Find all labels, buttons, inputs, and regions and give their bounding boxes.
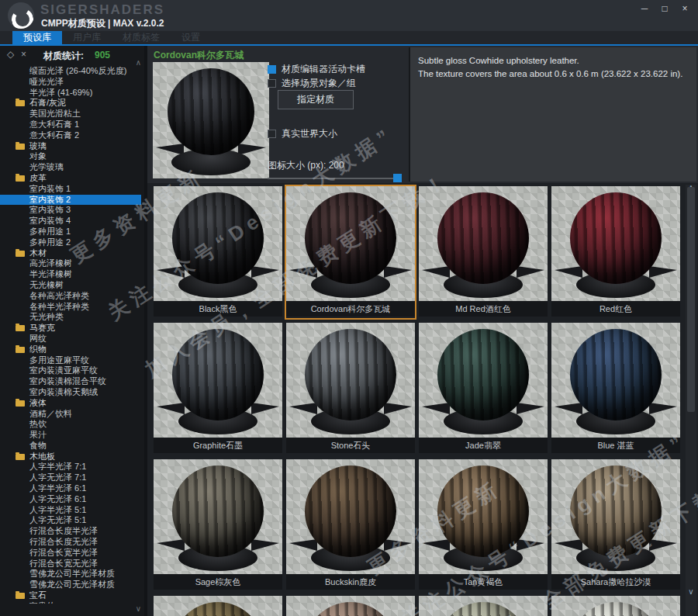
tree-item[interactable]: 无光橡树 <box>0 280 141 291</box>
tree-folder[interactable]: 木材 <box>0 248 141 259</box>
material-tile-label: Graphite石墨 <box>154 438 282 453</box>
tree-folder[interactable]: 马赛克 <box>0 323 141 334</box>
material-tile[interactable] <box>419 596 548 616</box>
tree-item[interactable]: 行混合长度半光泽 <box>0 526 141 537</box>
maximize-button[interactable]: □ <box>656 3 673 16</box>
tree-item[interactable]: 哑光光泽 <box>0 77 141 88</box>
icon-size-slider[interactable] <box>268 178 398 179</box>
tree-item[interactable]: 人字半光泽 6:1 <box>0 483 141 494</box>
tree-item-label: 缎面光泽 (26-40%反光度) <box>29 66 126 77</box>
tree-item[interactable]: 室内装潢棉天鹅绒 <box>0 387 141 398</box>
select-scene-checkbox-row[interactable]: 选择场景对象／组 <box>268 77 356 88</box>
tab-user-library[interactable]: 用户库 <box>62 31 112 44</box>
material-tile[interactable]: Md Red酒红色 <box>419 186 548 318</box>
tree-folder[interactable]: 宝石 <box>0 590 141 601</box>
tree-item[interactable]: 缎面光泽 (26-40%反光度) <box>0 66 141 77</box>
tree-item[interactable]: 半光泽 (41-69%) <box>0 88 141 99</box>
material-tile[interactable]: Graphite石墨 <box>154 323 282 455</box>
tree-folder[interactable]: 玻璃 <box>0 141 141 152</box>
material-tile[interactable]: Tan黄褐色 <box>419 459 548 591</box>
diamond-icon[interactable]: ◇ <box>7 49 14 60</box>
tree-item-label: 行混合长度半光泽 <box>29 526 98 537</box>
tree-item[interactable]: 食物 <box>0 441 141 452</box>
tile-grid: ∧ ∨ Black黑色Cordovan科尔多瓦城Md Red酒红色Red红色Gr… <box>147 185 698 616</box>
sidebar-scroll-down-icon[interactable]: ∨ <box>136 604 141 613</box>
real-world-checkbox-row[interactable]: 真实世界大小 <box>268 127 337 138</box>
grid-scroll-down-icon[interactable]: ∨ <box>686 587 696 596</box>
tree-item[interactable]: 多用途亚麻平纹 <box>0 355 141 366</box>
tree-item[interactable]: 半光泽橡树 <box>0 269 141 280</box>
tree-item[interactable]: 酒精／饮料 <box>0 409 141 420</box>
assign-material-button[interactable]: 指定材质 <box>278 90 354 109</box>
material-tile[interactable]: Sahara撒哈拉沙漠 <box>551 459 680 591</box>
material-tile[interactable] <box>154 596 282 616</box>
material-tile[interactable]: Black黑色 <box>154 186 282 318</box>
tree-item[interactable]: 雪佛龙公司无光泽材质 <box>0 580 141 590</box>
tree-item[interactable]: 行混合长宽无光泽 <box>0 559 141 569</box>
tab-material-tags[interactable]: 材质标签 <box>112 31 171 44</box>
tree-item-label: 果汁 <box>29 430 47 441</box>
tree-item[interactable]: 网纹 <box>0 334 141 344</box>
editor-slot-checkbox-row[interactable]: 材质编辑器活动卡槽 <box>268 63 365 74</box>
grid-scrollbar[interactable]: ∧ ∨ <box>686 185 696 616</box>
tree-item[interactable]: 室内装饰 4 <box>0 216 141 227</box>
tree-item[interactable]: 雪佛龙公司半光泽材质 <box>0 569 141 580</box>
tree-item[interactable]: 无光种类 <box>0 312 141 323</box>
minimize-button[interactable]: ─ <box>636 3 653 16</box>
tree-item[interactable]: 行混合长度无光泽 <box>0 537 141 548</box>
material-tile[interactable]: Cordovan科尔多瓦城 <box>286 186 415 318</box>
checkbox-icon[interactable] <box>268 130 276 138</box>
material-tile[interactable]: Jade翡翠 <box>419 323 548 455</box>
tab-preset-library[interactable]: 预设库 <box>12 31 62 44</box>
tree-item-label: 高光泽橡树 <box>29 258 72 269</box>
folder-icon <box>16 325 25 331</box>
tree-item[interactable]: 人字半光泽 7:1 <box>0 462 141 472</box>
tree-item[interactable]: 室内装饰 3 <box>0 205 141 216</box>
tree-item[interactable]: 高光泽橡树 <box>0 258 141 269</box>
tree-folder[interactable]: 液体 <box>0 398 141 409</box>
material-tile[interactable]: Buckskin鹿皮 <box>286 459 415 591</box>
tree-item-label: 室内装潢亚麻平纹 <box>29 365 98 376</box>
slider-handle[interactable] <box>393 174 402 182</box>
tree-item-label: 半光泽橡树 <box>29 269 72 280</box>
editor-slot-label: 材质编辑器活动卡槽 <box>282 64 365 74</box>
material-tile[interactable] <box>551 596 680 616</box>
tree-item[interactable]: 各种半光泽种类 <box>0 302 141 313</box>
tree-folder[interactable]: 织物 <box>0 344 141 355</box>
tree-item[interactable]: 各种高光泽种类 <box>0 291 141 302</box>
tree-item[interactable]: 意大利石膏 2 <box>0 130 141 141</box>
tree-item[interactable]: 热饮 <box>0 419 141 430</box>
tree-item[interactable]: 光学玻璃 <box>0 162 141 173</box>
tree-folder[interactable]: 石膏/灰泥 <box>0 98 141 109</box>
material-tile[interactable]: Stone石头 <box>286 323 415 455</box>
material-tile[interactable]: Sage棕灰色 <box>154 459 282 591</box>
tree-item[interactable]: 意大利石膏 1 <box>0 119 141 130</box>
material-tile[interactable]: Red红色 <box>551 186 680 318</box>
tree-item[interactable]: 宝贵的 <box>0 601 141 604</box>
close-button[interactable]: × <box>676 3 693 16</box>
tree-item[interactable]: 多种用途 1 <box>0 227 141 237</box>
clear-filter-icon[interactable]: × <box>21 49 26 60</box>
tree-item[interactable]: 室内装潢棉混合平纹 <box>0 376 141 387</box>
tree-item[interactable]: 人字半光泽 5:1 <box>0 505 141 516</box>
tree-item[interactable]: 多种用途 2 <box>0 237 141 248</box>
material-tile[interactable] <box>286 596 415 616</box>
grid-scroll-thumb[interactable] <box>687 187 695 412</box>
tree-folder[interactable]: 木地板 <box>0 452 141 462</box>
tree-folder[interactable]: 皮革 <box>0 173 141 184</box>
tree-item[interactable]: 对象 <box>0 151 141 162</box>
tree-item[interactable]: 人字无光泽 7:1 <box>0 472 141 483</box>
tree-item[interactable]: 室内装饰 1 <box>0 184 141 195</box>
tab-settings[interactable]: 设置 <box>171 31 211 44</box>
tree-item[interactable]: 行混合长宽半光泽 <box>0 548 141 559</box>
checkbox-icon[interactable] <box>268 79 276 88</box>
material-tile[interactable]: Blue 湛蓝 <box>551 323 680 455</box>
checkbox-icon[interactable] <box>268 65 276 74</box>
tree-item[interactable]: 室内装潢亚麻平纹 <box>0 365 141 376</box>
tree-item[interactable]: 美国光滑粘土 <box>0 109 141 119</box>
tree-item[interactable]: 人字无光泽 6:1 <box>0 494 141 505</box>
tree-item[interactable]: 果汁 <box>0 430 141 441</box>
tree-item[interactable]: 室内装饰 2 <box>0 195 141 206</box>
tree-item-label: 宝石 <box>29 590 47 601</box>
tree-item[interactable]: 人字无光泽 5:1 <box>0 515 141 526</box>
